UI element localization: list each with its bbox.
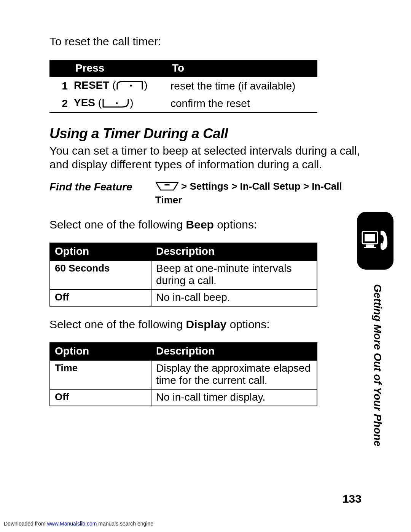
nav-prefix: >: [181, 181, 190, 192]
table-row: Off No in-call timer display.: [50, 389, 317, 406]
text: options:: [214, 218, 257, 231]
option-description: No in-call beep.: [151, 289, 317, 306]
step-number: 1: [49, 77, 72, 94]
svg-rect-2: [164, 184, 170, 185]
step-number: 2: [49, 94, 72, 112]
table2-header-description: Description: [151, 243, 317, 260]
option-description: No in-call timer display.: [151, 389, 317, 406]
left-softkey-icon: [116, 81, 143, 93]
find-feature-block: Find the Feature > Settings > In-Call Se…: [49, 180, 362, 207]
table-row: Time Display the approximate elapsed tim…: [50, 360, 317, 389]
menu-key-icon: [155, 181, 179, 194]
section-running-title: Getting More Out of Your Phone: [371, 284, 384, 446]
paren-close: ): [130, 97, 133, 109]
step-press: YES (): [72, 94, 168, 112]
step-to: reset the time (if available): [168, 77, 317, 94]
option-description: Beep at one-minute intervals during a ca…: [151, 260, 317, 289]
option-name: Off: [50, 389, 151, 406]
option-description: Display the approximate elapsed time for…: [151, 360, 317, 389]
paren-open: (: [95, 97, 102, 109]
press-label: RESET: [74, 79, 109, 91]
right-softkey-icon: [102, 98, 129, 110]
text: Select one of the following: [49, 218, 186, 231]
svg-rect-6: [364, 247, 376, 248]
svg-point-0: [130, 85, 132, 86]
footer-link[interactable]: www.Manualslib.com: [47, 521, 97, 527]
display-options-table: Option Description Time Display the appr…: [49, 342, 317, 406]
download-footer: Downloaded from www.Manualslib.com manua…: [4, 521, 153, 527]
page-number: 133: [342, 492, 362, 505]
keyword: Display: [186, 318, 227, 331]
section-heading: Using a Timer During a Call: [49, 126, 362, 142]
table-row: 60 Seconds Beep at one-minute intervals …: [50, 260, 317, 289]
reset-steps-table: Press To 1 RESET () reset the time (if a…: [49, 60, 317, 113]
svg-point-1: [116, 102, 118, 104]
table-row: 1 RESET () reset the time (if available): [49, 77, 317, 94]
paren-close: ): [144, 79, 147, 91]
display-instruction: Select one of the following Display opti…: [49, 318, 362, 331]
option-name: 60 Seconds: [50, 260, 151, 289]
find-feature-label: Find the Feature: [49, 180, 155, 207]
section-tab-icon: [357, 212, 393, 270]
footer-post: manuals search engine: [97, 521, 153, 527]
svg-rect-4: [365, 234, 375, 241]
table3-header-description: Description: [151, 343, 317, 360]
beep-instruction: Select one of the following Beep options…: [49, 218, 362, 231]
footer-pre: Downloaded from: [4, 521, 47, 527]
table2-header-option: Option: [50, 243, 151, 260]
beep-options-table: Option Description 60 Seconds Beep at on…: [49, 243, 317, 307]
paren-open: (: [109, 79, 116, 91]
svg-rect-5: [366, 244, 374, 247]
table-row: Off No in-call beep.: [50, 289, 317, 306]
press-label: YES: [74, 97, 95, 109]
keyword: Beep: [186, 218, 214, 231]
text: options:: [226, 318, 269, 331]
step-to: confirm the reset: [168, 94, 317, 112]
option-name: Time: [50, 360, 151, 389]
text: Select one of the following: [49, 318, 186, 331]
intro-text: To reset the call timer:: [49, 34, 362, 49]
option-name: Off: [50, 289, 151, 306]
table-row: 2 YES () confirm the reset: [49, 94, 317, 112]
table1-header-to: To: [168, 60, 317, 77]
find-feature-path: > Settings > In-Call Setup > In-Call Tim…: [155, 180, 362, 207]
table1-header-press: Press: [72, 60, 168, 77]
table3-header-option: Option: [50, 343, 151, 360]
section-body: You can set a timer to beep at selected …: [49, 144, 362, 172]
step-press: RESET (): [72, 77, 168, 94]
